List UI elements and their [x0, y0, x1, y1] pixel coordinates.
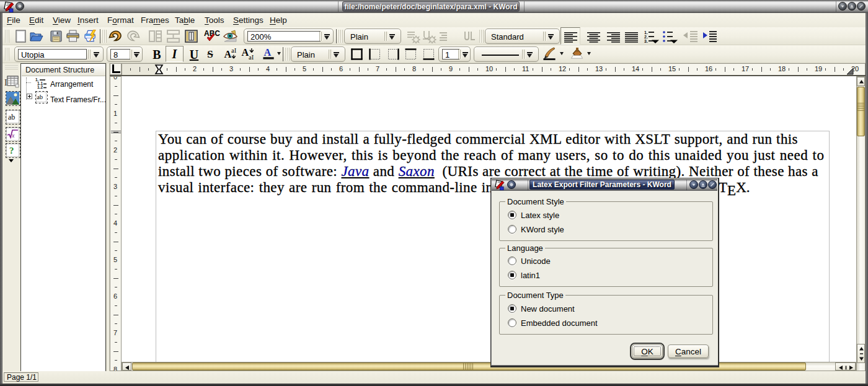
svg-text:ab: ab [37, 94, 43, 100]
svg-text:ab: ab [8, 113, 15, 121]
svg-text:x: x [11, 132, 15, 139]
svg-text:I: I [4, 78, 7, 87]
svg-text:1.: 1. [644, 30, 648, 35]
svg-text:1.2: 1.2 [37, 85, 43, 89]
svg-text:aI: aI [231, 47, 237, 54]
svg-text:A: A [264, 46, 271, 58]
svg-text:A: A [242, 46, 249, 58]
svg-text:aI: aI [249, 54, 254, 61]
svg-text:A: A [224, 48, 232, 60]
svg-text:2.: 2. [644, 35, 648, 39]
svg-text:3.: 3. [644, 39, 648, 43]
svg-text:?: ? [9, 146, 14, 156]
